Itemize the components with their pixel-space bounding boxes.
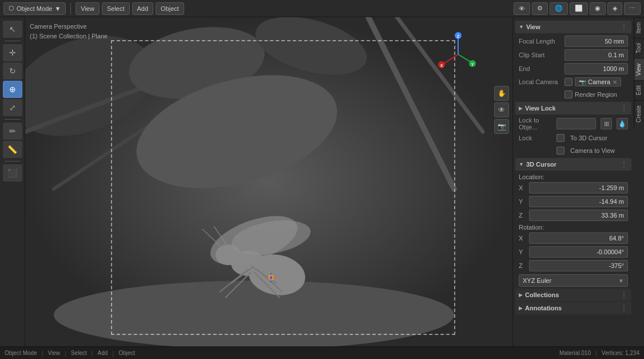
view-section-title: View: [526, 23, 618, 30]
local-camera-checkbox[interactable]: [565, 78, 573, 86]
object-mode-icon: ⬡: [9, 5, 14, 12]
cursor-z-row: Z 33.36 m: [515, 208, 631, 222]
cube-icon: ⬛: [7, 168, 17, 177]
view-lock-section-title: View Lock: [525, 105, 618, 112]
view-lock-dots-icon: ⋮: [620, 104, 628, 113]
scene-collection-label: (1) Scene Collection | Plane: [30, 31, 108, 41]
select-menu[interactable]: Select: [102, 2, 130, 15]
status-vertices: Vertices: 1,234: [602, 350, 639, 356]
rotation-label: Rotation:: [515, 222, 631, 231]
right-panel: ▼ View ⋮ Focal Length 50 mm Clip Start 0…: [512, 17, 644, 346]
select-tool-btn[interactable]: ↖: [3, 21, 22, 38]
camera-to-view-checkbox[interactable]: [556, 147, 565, 155]
header-icon-5[interactable]: ◉: [590, 2, 606, 15]
header-icon-6[interactable]: ◈: [607, 2, 622, 15]
active-tool-btn[interactable]: ⊕: [3, 81, 22, 98]
side-tab-tool[interactable]: Tool: [634, 38, 644, 58]
lock-eyedrop-btn[interactable]: 💧: [617, 118, 628, 129]
lock-to-obj-icon-btn[interactable]: ⊞: [601, 118, 612, 129]
y-axis-label: Y: [519, 198, 529, 205]
header-icon-3[interactable]: 🌐: [550, 2, 568, 15]
clip-start-label: Clip Start: [519, 52, 565, 58]
clip-start-value[interactable]: 0.1 m: [565, 49, 628, 61]
cursor-y-value[interactable]: -14.94 m: [529, 196, 628, 207]
to-3d-cursor-text: To 3D Cursor: [570, 135, 607, 141]
rotate-tool-btn[interactable]: ↻: [3, 62, 22, 80]
object-menu[interactable]: Object: [156, 2, 184, 15]
cursor-section-header[interactable]: ▼ 3D Cursor ⋮: [515, 158, 631, 171]
x-axis-label: X: [519, 184, 529, 191]
rz-axis-label: Z: [519, 262, 529, 269]
cursor-section-title: 3D Cursor: [526, 161, 618, 168]
focal-length-row: Focal Length 50 mm: [515, 34, 631, 48]
camera-tag[interactable]: 📷 Camera ✕: [575, 77, 621, 86]
add-menu[interactable]: Add: [132, 2, 154, 15]
object-mode-dropdown[interactable]: ⬡ Object Mode ▼: [3, 2, 66, 15]
collections-row[interactable]: ▶ Collections ⋮: [515, 289, 631, 301]
annotations-row[interactable]: ▶ Annotations ⋮: [515, 302, 631, 314]
rotate-icon: ↻: [9, 66, 16, 76]
render-region-row: Render Region: [515, 88, 631, 101]
cursor-x-row: X -1.259 m: [515, 181, 631, 195]
euler-dropdown[interactable]: XYZ Euler ▼: [519, 274, 628, 287]
status-add: Add: [98, 350, 108, 356]
render-region-checkbox[interactable]: [565, 90, 573, 98]
annotate-tool-btn[interactable]: ✏: [3, 123, 22, 140]
clip-end-value[interactable]: 1000 m: [565, 63, 628, 74]
svg-text:Z: Z: [457, 34, 460, 38]
cursor-z-value[interactable]: 33.36 m: [529, 210, 628, 221]
status-material: Material.010: [559, 350, 591, 356]
side-tab-edit[interactable]: Edit: [634, 80, 644, 100]
header-icon-2[interactable]: ⚙: [532, 2, 548, 15]
view-section-header[interactable]: ▼ View ⋮: [515, 21, 631, 33]
local-camera-row: Local Camera 📷 Camera ✕: [515, 76, 631, 88]
to-3d-cursor-checkbox[interactable]: [556, 134, 565, 142]
camera-tag-close-icon[interactable]: ✕: [613, 79, 617, 85]
cursor-y-row: Y -14.94 m: [515, 195, 631, 208]
header-icon-1[interactable]: 👁: [514, 2, 530, 15]
cursor-rz-value[interactable]: -375°: [529, 260, 628, 271]
lock-to-obj-row: Lock to Obje... ⊞ 💧: [515, 116, 631, 132]
z-axis-label: Z: [519, 212, 529, 219]
clip-end-label: End: [519, 65, 565, 72]
viewport-eye-btn[interactable]: 👁: [494, 102, 509, 117]
location-label: Location:: [515, 172, 631, 181]
transform-icon: ⊕: [9, 85, 16, 94]
rx-axis-label: X: [519, 235, 529, 242]
side-tabs: Item Tool View Edit Create: [634, 17, 644, 127]
annotate-icon: ✏: [9, 127, 16, 136]
separator: [70, 3, 71, 14]
cursor-rz-row: Z -375°: [515, 259, 631, 273]
lock-to-obj-input[interactable]: [556, 118, 596, 129]
viewport-camera-btn[interactable]: 📷: [494, 119, 509, 134]
collections-label: Collections: [525, 291, 618, 298]
3d-viewport[interactable]: Camera Perspective (1) Scene Collection …: [25, 17, 512, 346]
toolbar-sep-2: [5, 119, 21, 120]
header-icon-4[interactable]: ⬜: [570, 2, 588, 15]
cursor-rx-value[interactable]: 64.8°: [529, 232, 628, 244]
move-tool-btn[interactable]: ✛: [3, 44, 22, 61]
cursor-ry-row: Y -0.00004°: [515, 245, 631, 259]
panel-content: ▼ View ⋮ Focal Length 50 mm Clip Start 0…: [513, 17, 644, 346]
side-tab-item[interactable]: Item: [634, 17, 644, 38]
side-tab-view[interactable]: View: [634, 58, 644, 81]
viewport-info: Camera Perspective (1) Scene Collection …: [30, 22, 108, 41]
scale-tool-btn[interactable]: ⤢: [3, 99, 22, 116]
view-menu[interactable]: View: [75, 2, 100, 15]
viewport-hand-btn[interactable]: ✋: [494, 86, 509, 101]
cursor-x-value[interactable]: -1.259 m: [529, 182, 628, 194]
cursor-ry-value[interactable]: -0.00004°: [529, 246, 628, 258]
camera-perspective-label: Camera Perspective: [30, 22, 108, 31]
ry-axis-label: Y: [519, 248, 529, 255]
camera-frame: [111, 40, 455, 335]
focal-length-value[interactable]: 50 mm: [565, 35, 628, 47]
header-icon-7[interactable]: ⋯: [624, 2, 641, 15]
collections-dots-icon: ⋮: [620, 290, 628, 299]
side-tab-create[interactable]: Create: [634, 100, 644, 127]
left-toolbar: ↖ ✛ ↻ ⊕ ⤢ ✏ 📏 ⬛: [0, 17, 25, 346]
view-lock-section-header[interactable]: ▶ View Lock ⋮: [515, 102, 631, 115]
add-cube-tool-btn[interactable]: ⬛: [3, 164, 22, 182]
measure-tool-btn[interactable]: 📏: [3, 141, 22, 158]
orientation-gizmo[interactable]: Z X Y: [435, 31, 481, 77]
move-icon: ✛: [9, 48, 16, 57]
